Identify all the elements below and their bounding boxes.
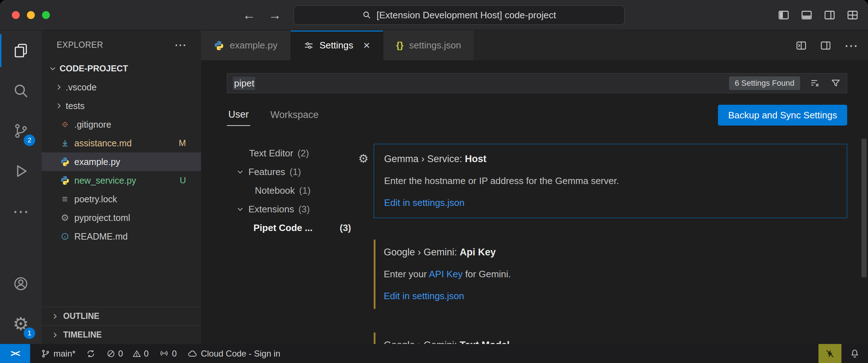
toc-pipet-code[interactable]: Pipet Code ... (3) bbox=[227, 218, 362, 237]
tab-example-py[interactable]: example.py bbox=[201, 30, 291, 60]
back-icon[interactable]: ← bbox=[243, 8, 256, 23]
branch-status-item[interactable]: main* bbox=[41, 349, 75, 359]
tree-item-new-service-py[interactable]: new_service.py U bbox=[42, 171, 201, 190]
titlebar: ← → [Extension Development Host] code-pr… bbox=[0, 0, 868, 30]
toc-count: (2) bbox=[298, 148, 309, 159]
additional-views-icon[interactable]: ⋯ bbox=[0, 191, 42, 231]
explorer-header: EXPLORER ⋯ bbox=[42, 30, 201, 59]
tab-settings-json[interactable]: {} settings.json bbox=[383, 30, 475, 60]
edit-in-settings-json-link[interactable]: Edit in settings.json bbox=[384, 291, 464, 302]
toc-features[interactable]: Features (1) bbox=[227, 162, 362, 181]
toc-label: Extensions bbox=[248, 204, 294, 215]
chevron-down-icon bbox=[236, 168, 244, 176]
setting-label: Host bbox=[465, 154, 486, 164]
clear-settings-search-icon[interactable] bbox=[809, 78, 820, 89]
split-editor-icon[interactable] bbox=[795, 40, 807, 51]
folder-label: tests bbox=[66, 101, 85, 111]
toggle-panel-icon[interactable] bbox=[801, 9, 813, 21]
filter-settings-icon[interactable] bbox=[830, 78, 841, 89]
settings-sliders-icon bbox=[304, 41, 314, 51]
error-icon bbox=[106, 349, 116, 358]
traffic-lights bbox=[12, 11, 50, 19]
toggle-primary-sidebar-icon[interactable] bbox=[778, 9, 790, 21]
notifications-bell-button[interactable] bbox=[841, 349, 868, 359]
outline-section-header[interactable]: OUTLINE bbox=[42, 307, 201, 325]
toc-count: (3) bbox=[298, 204, 310, 215]
more-actions-icon[interactable]: ⋯ bbox=[844, 39, 858, 52]
zoom-window-button[interactable] bbox=[42, 11, 50, 19]
api-key-link[interactable]: API Key bbox=[429, 269, 463, 279]
python-file-icon bbox=[60, 176, 70, 185]
tree-item-vscode[interactable]: .vscode bbox=[42, 78, 201, 96]
close-window-button[interactable] bbox=[12, 11, 20, 19]
tree-root-code-project[interactable]: CODE-PROJECT bbox=[42, 59, 201, 78]
titlebar-actions bbox=[778, 0, 859, 30]
settings-scrollbar[interactable] bbox=[862, 139, 867, 277]
toc-text-editor[interactable]: Text Editor (2) bbox=[227, 144, 362, 162]
toc-label: Text Editor bbox=[227, 148, 293, 159]
file-label: example.py bbox=[74, 157, 120, 167]
tree-item-pyproject-toml[interactable]: ⚙ pyproject.toml bbox=[42, 208, 201, 227]
python-icon bbox=[214, 41, 224, 51]
sidebar-bottom-sections: OUTLINE TIMELINE bbox=[42, 307, 201, 344]
lock-file-icon: ≡ bbox=[60, 194, 70, 204]
manage-settings-icon[interactable]: ⚙ 1 bbox=[0, 304, 42, 344]
forward-icon[interactable]: → bbox=[269, 8, 281, 23]
toc-notebook[interactable]: Notebook (1) bbox=[227, 181, 362, 200]
file-label: .gitignore bbox=[74, 119, 111, 130]
toc-count: (1) bbox=[299, 185, 311, 196]
accounts-icon[interactable] bbox=[0, 264, 42, 304]
command-center[interactable]: [Extension Development Host] code-projec… bbox=[294, 5, 625, 25]
tab-label: settings.json bbox=[409, 40, 461, 51]
setting-google-gemini-api-key[interactable]: Google › Gemini: Api Key Enter your API … bbox=[374, 237, 847, 311]
info-file-icon bbox=[60, 232, 70, 241]
timeline-section-header[interactable]: TIMELINE bbox=[42, 325, 201, 344]
backup-sync-settings-button[interactable]: Backup and Sync Settings bbox=[718, 105, 847, 126]
minimize-window-button[interactable] bbox=[27, 11, 35, 19]
ports-status-item[interactable]: 0 bbox=[159, 349, 177, 359]
sync-icon bbox=[86, 349, 95, 358]
customize-layout-icon[interactable] bbox=[846, 9, 859, 21]
scope-tab-workspace[interactable]: Workspace bbox=[269, 105, 320, 126]
settings-search-actions bbox=[809, 78, 841, 89]
toggle-secondary-sidebar-icon[interactable] bbox=[823, 9, 836, 21]
toc-label: Pipet Code ... bbox=[227, 222, 313, 234]
run-debug-view-icon[interactable] bbox=[0, 151, 42, 191]
setting-gemma-service-host[interactable]: ⚙ Gemma › Service: Host Enter the hostna… bbox=[374, 144, 847, 218]
close-tab-icon[interactable]: × bbox=[363, 39, 370, 52]
sync-status-item[interactable] bbox=[86, 349, 95, 358]
explorer-more-actions-icon[interactable]: ⋯ bbox=[174, 38, 187, 52]
tree-item-readme-md[interactable]: README.md bbox=[42, 227, 201, 246]
edit-in-settings-json-link[interactable]: Edit in settings.json bbox=[384, 197, 465, 208]
tree-item-poetry-lock[interactable]: ≡ poetry.lock bbox=[42, 190, 201, 208]
toc-label: Notebook bbox=[227, 185, 295, 196]
tree-item-assistance-md[interactable]: assistance.md M bbox=[42, 134, 201, 152]
cloud-code-status-item[interactable]: Cloud Code - Sign in bbox=[187, 349, 280, 359]
file-label: assistance.md bbox=[74, 138, 132, 148]
scope-tab-user[interactable]: User bbox=[227, 105, 250, 126]
lightning-off-status-button[interactable] bbox=[818, 344, 841, 363]
editor-area: example.py Settings × {} settings.json bbox=[201, 30, 868, 344]
remote-indicator[interactable]: >< bbox=[0, 344, 30, 363]
status-bar: >< main* 0 0 bbox=[0, 344, 868, 363]
tab-settings[interactable]: Settings × bbox=[291, 30, 383, 60]
settings-search-input[interactable]: pipet 6 Settings Found bbox=[227, 73, 847, 93]
explorer-view-icon[interactable] bbox=[0, 30, 42, 71]
search-view-icon[interactable] bbox=[0, 71, 42, 111]
tree-item-gitignore[interactable]: .gitignore bbox=[42, 115, 201, 134]
settings-toc: Text Editor (2) Features (1) Notebook (1… bbox=[227, 141, 362, 344]
editor-layout-icon[interactable] bbox=[820, 40, 831, 51]
source-control-view-icon[interactable]: 2 bbox=[0, 111, 42, 151]
toc-extensions[interactable]: Extensions (3) bbox=[227, 200, 362, 218]
setting-description: Enter your API Key for Gemini. bbox=[384, 268, 837, 280]
setting-category: Google › Gemini: bbox=[384, 247, 460, 258]
problems-status-item[interactable]: 0 0 bbox=[106, 349, 149, 359]
history-nav: ← → bbox=[243, 0, 281, 30]
errors-pair: 0 bbox=[106, 349, 123, 359]
tree-item-tests[interactable]: tests bbox=[42, 96, 201, 115]
tree-item-example-py[interactable]: example.py bbox=[42, 152, 201, 171]
lightning-off-icon bbox=[825, 349, 835, 359]
warnings-pair: 0 bbox=[132, 349, 149, 359]
editor-actions: ⋯ bbox=[795, 30, 858, 60]
setting-gear-icon[interactable]: ⚙ bbox=[358, 153, 369, 164]
